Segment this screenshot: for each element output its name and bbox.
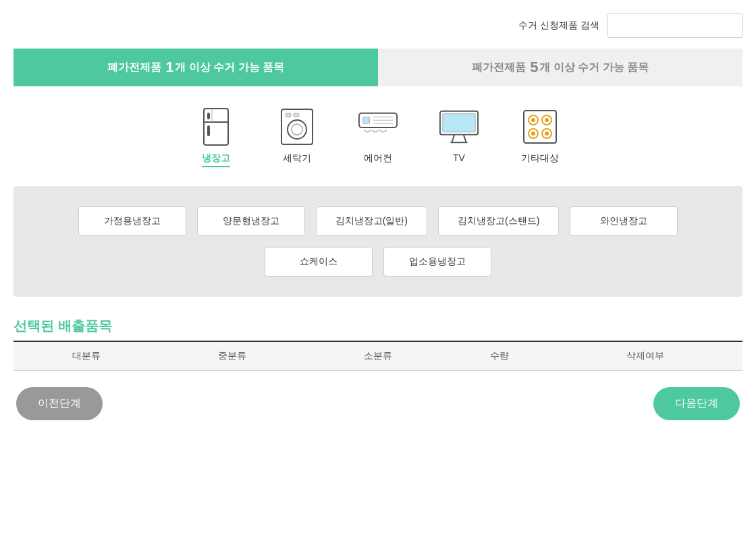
col-header-대분류: 대분류 [14,341,159,371]
page-wrapper: 수거 신청제품 검색 폐가전제품 1 개 이상 수거 가능 품목 폐가전제품 5… [0,0,756,545]
prev-button[interactable]: 이전단계 [16,387,103,420]
col-header-소분류: 소분류 [305,341,451,371]
svg-point-26 [545,118,549,122]
tv-icon [439,107,479,147]
col-header-중분류: 중분류 [159,341,305,371]
category-aircon[interactable]: 에어컨 [358,107,398,170]
category-fridge[interactable]: 냉장고 [196,107,236,170]
svg-point-27 [531,132,535,136]
washer-icon [277,107,317,147]
etc-label: 기타대상 [521,152,559,166]
svg-rect-20 [524,111,556,143]
subcategory-btn-4[interactable]: 와인냉장고 [570,206,678,236]
svg-line-18 [464,135,466,143]
washer-label: 세탁기 [283,152,311,166]
tabs-container: 폐가전제품 1 개 이상 수거 가능 품목 폐가전제품 5 개 이상 수거 가능… [14,49,742,86]
tab1-prefix: 폐가전제품 [107,61,164,75]
tab-1개이상[interactable]: 폐가전제품 1 개 이상 수거 가능 품목 [14,49,378,86]
svg-rect-16 [443,114,475,132]
svg-point-25 [531,118,535,122]
subcategory-grid: 가정용냉장고 양문형냉장고 김치냉장고(일반) 김치냉장고(스탠드) 와인냉장고… [40,206,716,277]
tab1-suffix: 개 이상 수거 가능 품목 [175,61,284,75]
subcategory-area: 가정용냉장고 양문형냉장고 김치냉장고(일반) 김치냉장고(스탠드) 와인냉장고… [14,186,742,297]
search-input[interactable] [608,13,742,38]
svg-rect-11 [363,117,370,123]
aircon-icon [358,107,398,147]
search-label: 수거 신청제품 검색 [518,20,599,32]
tab-5개이상[interactable]: 폐가전제품 5 개 이상 수거 가능 품목 [378,49,742,86]
col-header-삭제여부: 삭제여부 [548,341,742,371]
category-row: 냉장고 세탁기 [14,107,742,170]
subcategory-btn-5[interactable]: 쇼케이스 [265,247,373,277]
category-etc[interactable]: 기타대상 [520,107,560,170]
fridge-label: 냉장고 [202,152,230,167]
next-button[interactable]: 다음단계 [653,387,740,420]
subcategory-btn-6[interactable]: 업소용냉장고 [383,247,491,277]
category-washer[interactable]: 세탁기 [277,107,317,170]
tab2-num: 5 [530,59,538,76]
subcategory-btn-1[interactable]: 양문형냉장고 [197,206,305,236]
svg-point-28 [545,132,549,136]
tab2-suffix: 개 이상 수거 가능 품목 [539,61,649,75]
svg-rect-2 [207,113,210,119]
subcategory-btn-0[interactable]: 가정용냉장고 [78,206,186,236]
fridge-icon [196,107,236,147]
svg-point-6 [288,120,306,139]
subcategory-btn-2[interactable]: 김치냉장고(일반) [316,206,427,236]
etc-icon [520,107,560,147]
svg-rect-3 [207,125,210,136]
selected-table: 대분류 중분류 소분류 수량 삭제여부 [14,341,742,371]
tab1-num: 1 [165,59,173,76]
search-bar: 수거 신청제품 검색 [14,13,742,38]
svg-point-7 [292,124,302,135]
selected-section: 선택된 배출품목 대분류 중분류 소분류 수량 삭제여부 [14,317,742,371]
svg-rect-9 [294,113,299,117]
svg-rect-8 [286,113,291,117]
tab2-prefix: 폐가전제품 [472,61,529,75]
subcategory-btn-3[interactable]: 김치냉장고(스탠드) [438,206,559,236]
category-tv[interactable]: TV [439,107,479,170]
bottom-buttons: 이전단계 다음단계 [14,387,742,420]
selected-title: 선택된 배출품목 [14,317,742,335]
col-header-수량: 수량 [451,341,548,371]
svg-line-17 [452,135,454,143]
tv-label: TV [453,152,465,165]
aircon-label: 에어컨 [364,152,392,166]
